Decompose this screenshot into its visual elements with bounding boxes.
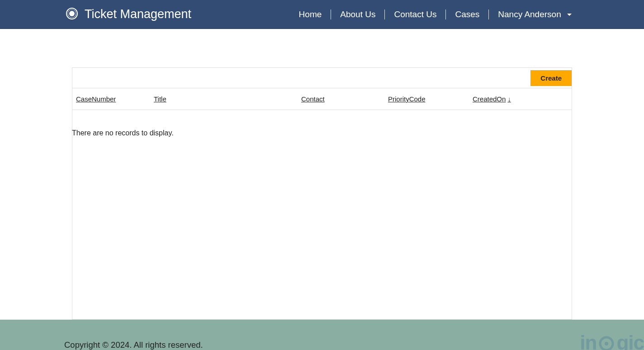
column-header-createdon-label: CreatedOn: [473, 95, 506, 103]
empty-state: There are no records to display.: [72, 110, 572, 151]
column-header-casenumber[interactable]: CaseNumber: [76, 95, 116, 103]
footer: Copyright © 2024. All rights reserved. i…: [0, 320, 644, 350]
column-header-prioritycode[interactable]: PriorityCode: [388, 95, 426, 103]
create-button[interactable]: Create: [530, 70, 572, 86]
chevron-down-icon: [567, 14, 572, 16]
column-header-title[interactable]: Title: [154, 95, 166, 103]
brand: Ticket Management: [66, 7, 191, 22]
app-title: Ticket Management: [85, 7, 191, 21]
nav-user-menu[interactable]: Nancy Anderson: [489, 10, 581, 19]
user-name-label: Nancy Anderson: [498, 10, 561, 19]
column-header-createdon[interactable]: CreatedOn↓: [473, 95, 511, 103]
cases-panel: Create CaseNumber Title Contact Priority…: [72, 67, 572, 320]
nav-cases[interactable]: Cases: [446, 10, 488, 19]
nav-contact-us[interactable]: Contact Us: [385, 10, 445, 19]
copyright-text: Copyright © 2024. All rights reserved.: [64, 340, 203, 350]
app-header: Ticket Management Home About Us Contact …: [0, 0, 644, 29]
svg-point-4: [605, 342, 608, 345]
logo-icon: [66, 7, 78, 22]
watermark-logo: in gic: [580, 333, 644, 350]
table-header-row: CaseNumber Title Contact PriorityCode Cr…: [72, 88, 572, 110]
svg-point-1: [69, 11, 75, 16]
nav-about-us[interactable]: About Us: [331, 10, 384, 19]
main-content: Create CaseNumber Title Contact Priority…: [0, 29, 644, 320]
sort-desc-icon: ↓: [507, 95, 511, 103]
primary-nav: Home About Us Contact Us Cases Nancy And…: [290, 10, 581, 19]
panel-toolbar: Create: [72, 68, 572, 88]
empty-state-message: There are no records to display.: [72, 129, 571, 137]
nav-home[interactable]: Home: [290, 10, 331, 19]
column-header-contact[interactable]: Contact: [301, 95, 325, 103]
